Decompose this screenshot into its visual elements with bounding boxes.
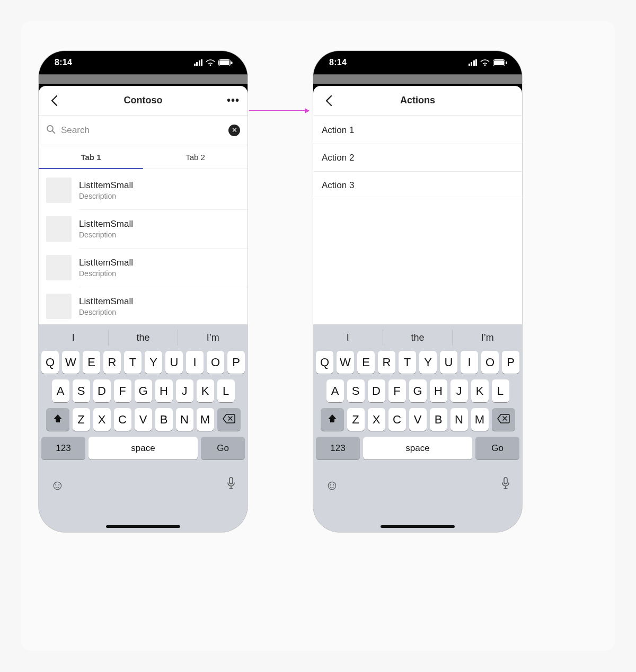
key-c[interactable]: C — [388, 408, 406, 431]
key-l[interactable]: L — [217, 379, 235, 402]
key-u[interactable]: U — [440, 351, 457, 374]
key-v[interactable]: V — [409, 408, 427, 431]
list-item[interactable]: ListItemSmall Description — [39, 171, 248, 209]
more-icon: ••• — [227, 94, 240, 107]
key-l[interactable]: L — [492, 379, 509, 402]
key-z[interactable]: Z — [347, 408, 365, 431]
key-i[interactable]: I — [186, 351, 204, 374]
key-u[interactable]: U — [165, 351, 183, 374]
suggestion[interactable]: I — [39, 332, 108, 343]
suggestion[interactable]: I — [313, 332, 383, 343]
dictation-button[interactable] — [226, 477, 236, 493]
status-bar: 8:14 — [39, 51, 248, 74]
key-go[interactable]: Go — [201, 437, 245, 459]
key-space[interactable]: space — [363, 437, 472, 459]
tab-2[interactable]: Tab 2 — [143, 145, 248, 169]
key-t[interactable]: T — [124, 351, 142, 374]
key-h[interactable]: H — [155, 379, 173, 402]
back-button[interactable] — [321, 86, 337, 115]
key-z[interactable]: Z — [73, 408, 90, 431]
key-w[interactable]: W — [62, 351, 80, 374]
chevron-left-icon — [325, 95, 332, 107]
key-q[interactable]: Q — [316, 351, 333, 374]
key-r[interactable]: R — [378, 351, 395, 374]
key-shift[interactable] — [321, 408, 344, 431]
key-b[interactable]: B — [155, 408, 173, 431]
key-g[interactable]: G — [409, 379, 427, 402]
key-d[interactable]: D — [93, 379, 111, 402]
key-y[interactable]: Y — [419, 351, 437, 374]
key-i[interactable]: I — [461, 351, 478, 374]
key-n[interactable]: N — [450, 408, 468, 431]
key-j[interactable]: J — [176, 379, 193, 402]
search-input[interactable] — [61, 125, 223, 136]
suggestion[interactable]: the — [108, 330, 178, 346]
key-k[interactable]: K — [471, 379, 489, 402]
action-item[interactable]: Action 2 — [313, 144, 522, 172]
key-j[interactable]: J — [450, 379, 468, 402]
key-m[interactable]: M — [471, 408, 489, 431]
dictation-button[interactable] — [501, 477, 510, 493]
key-backspace[interactable] — [492, 408, 515, 431]
suggestion[interactable]: I’m — [452, 330, 522, 346]
key-o[interactable]: O — [207, 351, 224, 374]
cellular-signal-icon — [469, 59, 478, 66]
key-d[interactable]: D — [368, 379, 385, 402]
key-s[interactable]: S — [73, 379, 90, 402]
clear-search-button[interactable]: ✕ — [228, 125, 240, 136]
svg-rect-2 — [231, 61, 233, 64]
svg-rect-7 — [494, 60, 504, 65]
key-f[interactable]: F — [388, 379, 406, 402]
key-r[interactable]: R — [103, 351, 121, 374]
key-n[interactable]: N — [176, 408, 193, 431]
list-item-title: ListItemSmall — [79, 296, 133, 307]
home-indicator[interactable] — [381, 525, 455, 528]
emoji-button[interactable]: ☺ — [50, 477, 65, 493]
suggestion[interactable]: I’m — [178, 330, 248, 346]
home-indicator[interactable] — [106, 525, 180, 528]
key-space[interactable]: space — [89, 437, 198, 459]
key-x[interactable]: X — [93, 408, 111, 431]
key-f[interactable]: F — [114, 379, 131, 402]
key-v[interactable]: V — [135, 408, 152, 431]
action-item[interactable]: Action 3 — [313, 172, 522, 199]
key-shift[interactable] — [46, 408, 69, 431]
svg-rect-1 — [219, 60, 229, 65]
key-numbers[interactable]: 123 — [316, 437, 360, 459]
key-b[interactable]: B — [430, 408, 447, 431]
back-button[interactable] — [46, 86, 62, 115]
key-a[interactable]: A — [52, 379, 69, 402]
key-a[interactable]: A — [326, 379, 344, 402]
key-g[interactable]: G — [135, 379, 152, 402]
list-item-texts: ListItemSmall Description — [79, 296, 133, 316]
key-t[interactable]: T — [399, 351, 416, 374]
key-e[interactable]: E — [83, 351, 100, 374]
key-backspace[interactable] — [217, 408, 241, 431]
key-c[interactable]: C — [114, 408, 131, 431]
list-item[interactable]: ListItemSmall Description — [39, 287, 248, 325]
key-y[interactable]: Y — [145, 351, 162, 374]
more-button[interactable]: ••• — [224, 86, 242, 115]
key-p[interactable]: P — [502, 351, 519, 374]
key-m[interactable]: M — [197, 408, 214, 431]
key-x[interactable]: X — [368, 408, 385, 431]
list-item[interactable]: ListItemSmall Description — [39, 249, 248, 287]
action-item[interactable]: Action 1 — [313, 117, 522, 144]
key-p[interactable]: P — [227, 351, 245, 374]
emoji-button[interactable]: ☺ — [325, 477, 339, 493]
list-item[interactable]: ListItemSmall Description — [39, 210, 248, 248]
key-numbers[interactable]: 123 — [41, 437, 85, 459]
key-s[interactable]: S — [347, 379, 365, 402]
key-q[interactable]: Q — [41, 351, 59, 374]
tab-1[interactable]: Tab 1 — [39, 145, 143, 169]
key-k[interactable]: K — [197, 379, 214, 402]
page-title: Contoso — [124, 95, 163, 106]
key-h[interactable]: H — [430, 379, 447, 402]
suggestion[interactable]: the — [383, 330, 453, 346]
key-o[interactable]: O — [481, 351, 499, 374]
modal-sheet: Actions Action 1 Action 2 Action 3 I the… — [313, 86, 522, 532]
key-e[interactable]: E — [357, 351, 375, 374]
key-w[interactable]: W — [337, 351, 354, 374]
background-dim — [313, 74, 522, 84]
key-go[interactable]: Go — [475, 437, 519, 459]
